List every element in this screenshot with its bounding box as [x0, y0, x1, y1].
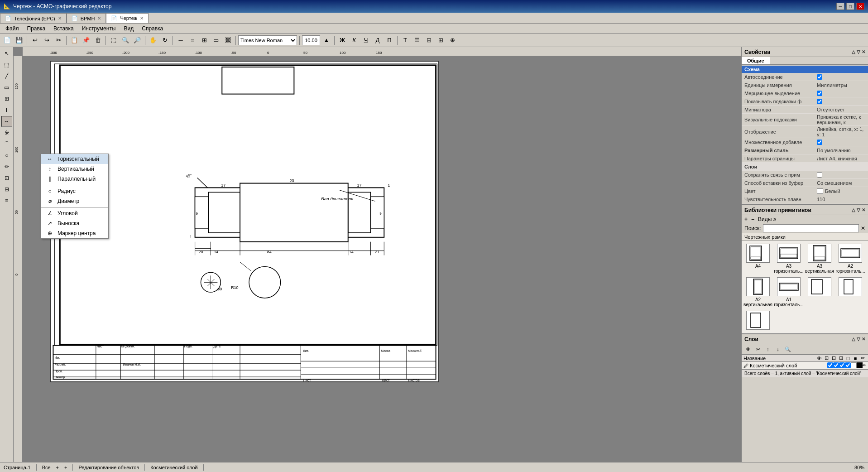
- prim-add-button[interactable]: +: [744, 216, 748, 222]
- layers-collapse[interactable]: △: [852, 337, 855, 342]
- toolbar-new[interactable]: 📄: [2, 35, 13, 46]
- toolbar-select[interactable]: ⬚: [108, 35, 119, 46]
- toolbar-save[interactable]: 💾: [14, 35, 24, 46]
- primitives-close[interactable]: ✕: [862, 207, 865, 212]
- prim-a4[interactable]: А4: [744, 244, 772, 274]
- dim-menu-radius[interactable]: ○ Радиус: [41, 186, 108, 196]
- tool-freehand[interactable]: ✏: [1, 161, 12, 172]
- tool-extra3[interactable]: ≡: [1, 195, 12, 206]
- save-link-checkbox[interactable]: [817, 172, 822, 178]
- tool-pointer[interactable]: ↖: [1, 48, 12, 59]
- bold-button[interactable]: Ж: [337, 35, 348, 46]
- properties-collapse[interactable]: △: [852, 49, 855, 54]
- toolbar-rotate[interactable]: ↻: [159, 35, 170, 46]
- tool-arc[interactable]: ⌒: [1, 139, 12, 149]
- tool-dimension[interactable]: ↔: [1, 116, 12, 127]
- list-view[interactable]: ☰: [412, 35, 422, 46]
- search-clear-button[interactable]: ✕: [861, 225, 865, 231]
- menu-insert[interactable]: Вставка: [50, 24, 77, 33]
- strikethrough-button[interactable]: Д: [372, 35, 383, 46]
- dim-menu-horizontal[interactable]: ↔ Горизонтальный: [41, 154, 108, 164]
- font-size-input[interactable]: [302, 35, 320, 45]
- tab-telefonia[interactable]: 📄 Телефония (EPC) ✕: [0, 13, 67, 23]
- primitives-expand[interactable]: ▽: [857, 207, 860, 212]
- prim-a1h[interactable]: А1 горизонталь...: [775, 277, 802, 307]
- primitives-collapse[interactable]: △: [852, 207, 855, 212]
- tool-extra2[interactable]: ⊟: [1, 184, 12, 195]
- autoconnect-checkbox[interactable]: [817, 74, 822, 80]
- toolbar-align[interactable]: ≡: [187, 35, 198, 46]
- layer-visible-check[interactable]: [827, 362, 833, 368]
- tooltips-checkbox[interactable]: [817, 99, 822, 104]
- maximize-button[interactable]: □: [846, 3, 854, 10]
- tool-text[interactable]: T: [1, 105, 12, 116]
- toolbar-undo[interactable]: ↩: [29, 35, 40, 46]
- primitives-header-controls[interactable]: △ ▽ ✕: [852, 207, 865, 212]
- prim-a2v[interactable]: А2 вертикальная: [744, 277, 772, 307]
- layer-check2[interactable]: [833, 362, 839, 368]
- toolbar-grid[interactable]: ⊞: [199, 35, 210, 46]
- toolbar-paste[interactable]: 📌: [81, 35, 91, 46]
- properties-close[interactable]: ✕: [862, 49, 865, 54]
- layer-row-cosmetic[interactable]: 🖉 Косметический слой ✏: [742, 362, 868, 369]
- layers-header-controls[interactable]: △ ▽ ✕: [852, 337, 865, 342]
- dim-menu-vertical[interactable]: ↕ Вертикальный: [41, 164, 108, 174]
- toolbar-copy[interactable]: 📋: [69, 35, 80, 46]
- text-align[interactable]: T: [400, 35, 411, 46]
- underline-button[interactable]: Ч: [360, 35, 371, 46]
- menu-file[interactable]: Файл: [2, 24, 23, 33]
- prim-a2h[interactable]: А2 горизонталь...: [837, 244, 864, 274]
- layer-tool-filter[interactable]: 🔍: [783, 345, 792, 353]
- props-tab-general[interactable]: Общие: [742, 57, 770, 64]
- layer-tool-down[interactable]: ↓: [773, 345, 782, 353]
- status-add-layer[interactable]: +: [56, 465, 59, 470]
- tool-extra1[interactable]: ⊡: [1, 173, 12, 183]
- font-size-up[interactable]: ▲: [321, 35, 332, 46]
- title-bar-controls[interactable]: ─ □ ✕: [836, 3, 864, 10]
- layer-check3[interactable]: [839, 362, 845, 368]
- dim-menu-angular[interactable]: ∠ Угловой: [41, 208, 108, 218]
- tab-vrpmn[interactable]: 📄 ВРМН ✕: [67, 13, 106, 23]
- toolbar-zoom-out[interactable]: 🔎: [132, 35, 143, 46]
- prim-blank2[interactable]: [837, 277, 864, 307]
- layer-tool-cut[interactable]: ✂: [753, 345, 762, 353]
- status-add-layer2[interactable]: +: [64, 465, 67, 470]
- tab-close-vrpmn[interactable]: ✕: [97, 16, 101, 21]
- properties-header-controls[interactable]: △ ▽ ✕: [852, 49, 865, 54]
- dim-menu-center-mark[interactable]: ⊕ Маркер центра: [41, 228, 108, 238]
- prim-a3v[interactable]: А3 вертикальная: [806, 244, 833, 274]
- tab-chertezh[interactable]: 📄 Чертеж ✕: [106, 13, 149, 23]
- menu-tools[interactable]: Инструменты: [78, 24, 120, 33]
- properties-expand[interactable]: ▽: [857, 49, 860, 54]
- dim-menu-leader[interactable]: ↗ Выноска: [41, 218, 108, 228]
- prim-blank3[interactable]: [744, 311, 772, 331]
- toolbar-cut[interactable]: ✂: [53, 35, 64, 46]
- dim-menu-diameter[interactable]: ⌀ Диаметр: [41, 196, 108, 206]
- layer-tool-eye[interactable]: 👁: [743, 345, 753, 353]
- toolbar-extra[interactable]: ⊞: [435, 35, 446, 46]
- primitives-search-input[interactable]: [763, 224, 859, 232]
- toolbar-redo[interactable]: ↪: [41, 35, 52, 46]
- menu-help[interactable]: Справка: [138, 24, 167, 33]
- multi-add-checkbox[interactable]: [817, 140, 822, 145]
- tab-close-telefonia[interactable]: ✕: [58, 16, 62, 21]
- layers-close[interactable]: ✕: [862, 337, 865, 342]
- tool-circle[interactable]: ○: [1, 150, 12, 161]
- tool-symbol[interactable]: ※: [1, 127, 12, 138]
- layer-tool-up[interactable]: ↑: [763, 345, 772, 353]
- close-button[interactable]: ✕: [856, 3, 864, 10]
- tool-select-area[interactable]: ⬚: [1, 59, 12, 70]
- compass-icon[interactable]: ⊕: [447, 35, 458, 46]
- prim-a3h[interactable]: А3 горизонталь...: [775, 244, 802, 274]
- menu-view[interactable]: Вид: [120, 24, 138, 33]
- toolbar-rect[interactable]: ▭: [211, 35, 221, 46]
- toolbar-move[interactable]: ✋: [148, 35, 158, 46]
- prim-remove-button[interactable]: −: [751, 216, 754, 222]
- tab-close-chertezh[interactable]: ✕: [140, 16, 144, 21]
- tool-table[interactable]: ⊞: [1, 93, 12, 104]
- overline-button[interactable]: П: [384, 35, 395, 46]
- prim-blank1[interactable]: [806, 277, 833, 307]
- toolbar-zoom-in[interactable]: 🔍: [120, 35, 131, 46]
- layer-check4[interactable]: [845, 362, 851, 368]
- tool-rect[interactable]: ▭: [1, 82, 12, 93]
